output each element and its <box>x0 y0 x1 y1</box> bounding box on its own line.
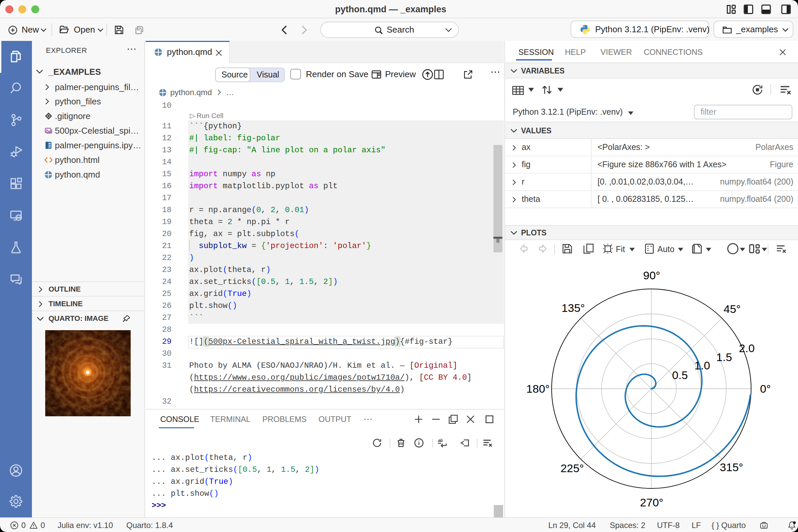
svg-text:135°: 135° <box>562 302 585 314</box>
svg-text:45°: 45° <box>723 303 740 315</box>
svg-text:315°: 315° <box>720 461 743 474</box>
svg-text:1.5: 1.5 <box>716 351 732 363</box>
svg-text:180°: 180° <box>526 382 550 395</box>
svg-text:270°: 270° <box>640 496 663 509</box>
svg-text:2.0: 2.0 <box>739 342 755 355</box>
svg-text:1.0: 1.0 <box>694 359 710 372</box>
svg-text:ab: ab <box>438 438 443 442</box>
svg-text:90°: 90° <box>643 269 660 282</box>
svg-text:225°: 225° <box>560 462 584 474</box>
svg-text:0.5: 0.5 <box>672 369 688 381</box>
svg-text:0°: 0° <box>760 382 771 395</box>
